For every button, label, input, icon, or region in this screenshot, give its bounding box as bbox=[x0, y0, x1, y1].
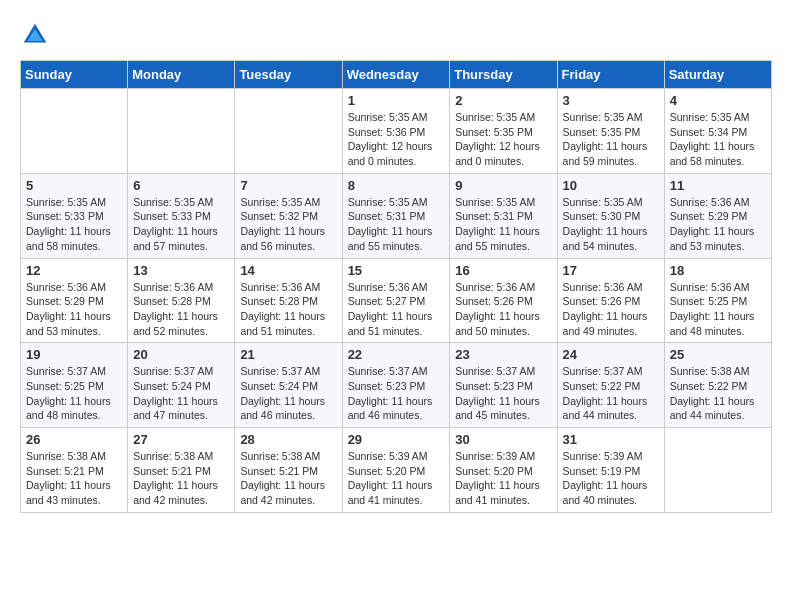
calendar-cell: 27Sunrise: 5:38 AM Sunset: 5:21 PM Dayli… bbox=[128, 428, 235, 513]
calendar-cell: 20Sunrise: 5:37 AM Sunset: 5:24 PM Dayli… bbox=[128, 343, 235, 428]
calendar-cell: 1Sunrise: 5:35 AM Sunset: 5:36 PM Daylig… bbox=[342, 89, 450, 174]
day-number: 22 bbox=[348, 347, 445, 362]
day-number: 8 bbox=[348, 178, 445, 193]
calendar-week-row: 19Sunrise: 5:37 AM Sunset: 5:25 PM Dayli… bbox=[21, 343, 772, 428]
day-number: 27 bbox=[133, 432, 229, 447]
calendar-week-row: 26Sunrise: 5:38 AM Sunset: 5:21 PM Dayli… bbox=[21, 428, 772, 513]
calendar-cell: 24Sunrise: 5:37 AM Sunset: 5:22 PM Dayli… bbox=[557, 343, 664, 428]
day-info: Sunrise: 5:35 AM Sunset: 5:33 PM Dayligh… bbox=[133, 195, 229, 254]
calendar-cell: 12Sunrise: 5:36 AM Sunset: 5:29 PM Dayli… bbox=[21, 258, 128, 343]
calendar-cell: 8Sunrise: 5:35 AM Sunset: 5:31 PM Daylig… bbox=[342, 173, 450, 258]
calendar-cell: 21Sunrise: 5:37 AM Sunset: 5:24 PM Dayli… bbox=[235, 343, 342, 428]
day-number: 18 bbox=[670, 263, 766, 278]
calendar-cell: 10Sunrise: 5:35 AM Sunset: 5:30 PM Dayli… bbox=[557, 173, 664, 258]
calendar-week-row: 1Sunrise: 5:35 AM Sunset: 5:36 PM Daylig… bbox=[21, 89, 772, 174]
days-of-week-row: SundayMondayTuesdayWednesdayThursdayFrid… bbox=[21, 61, 772, 89]
day-number: 6 bbox=[133, 178, 229, 193]
day-number: 19 bbox=[26, 347, 122, 362]
day-info: Sunrise: 5:35 AM Sunset: 5:36 PM Dayligh… bbox=[348, 110, 445, 169]
day-number: 25 bbox=[670, 347, 766, 362]
calendar-cell bbox=[664, 428, 771, 513]
day-info: Sunrise: 5:35 AM Sunset: 5:31 PM Dayligh… bbox=[455, 195, 551, 254]
calendar-cell: 6Sunrise: 5:35 AM Sunset: 5:33 PM Daylig… bbox=[128, 173, 235, 258]
day-number: 21 bbox=[240, 347, 336, 362]
calendar-cell: 4Sunrise: 5:35 AM Sunset: 5:34 PM Daylig… bbox=[664, 89, 771, 174]
day-number: 28 bbox=[240, 432, 336, 447]
day-number: 15 bbox=[348, 263, 445, 278]
calendar-cell: 16Sunrise: 5:36 AM Sunset: 5:26 PM Dayli… bbox=[450, 258, 557, 343]
day-info: Sunrise: 5:36 AM Sunset: 5:28 PM Dayligh… bbox=[240, 280, 336, 339]
day-number: 26 bbox=[26, 432, 122, 447]
calendar-cell: 7Sunrise: 5:35 AM Sunset: 5:32 PM Daylig… bbox=[235, 173, 342, 258]
day-of-week-header: Thursday bbox=[450, 61, 557, 89]
day-number: 7 bbox=[240, 178, 336, 193]
calendar-cell: 14Sunrise: 5:36 AM Sunset: 5:28 PM Dayli… bbox=[235, 258, 342, 343]
day-info: Sunrise: 5:37 AM Sunset: 5:24 PM Dayligh… bbox=[133, 364, 229, 423]
day-info: Sunrise: 5:37 AM Sunset: 5:24 PM Dayligh… bbox=[240, 364, 336, 423]
logo bbox=[20, 20, 56, 50]
calendar-cell: 31Sunrise: 5:39 AM Sunset: 5:19 PM Dayli… bbox=[557, 428, 664, 513]
calendar-header: SundayMondayTuesdayWednesdayThursdayFrid… bbox=[21, 61, 772, 89]
day-number: 29 bbox=[348, 432, 445, 447]
calendar-cell: 15Sunrise: 5:36 AM Sunset: 5:27 PM Dayli… bbox=[342, 258, 450, 343]
day-number: 23 bbox=[455, 347, 551, 362]
day-info: Sunrise: 5:38 AM Sunset: 5:22 PM Dayligh… bbox=[670, 364, 766, 423]
calendar-cell bbox=[235, 89, 342, 174]
day-info: Sunrise: 5:36 AM Sunset: 5:29 PM Dayligh… bbox=[670, 195, 766, 254]
calendar-cell: 26Sunrise: 5:38 AM Sunset: 5:21 PM Dayli… bbox=[21, 428, 128, 513]
day-info: Sunrise: 5:39 AM Sunset: 5:20 PM Dayligh… bbox=[455, 449, 551, 508]
day-info: Sunrise: 5:36 AM Sunset: 5:26 PM Dayligh… bbox=[563, 280, 659, 339]
day-of-week-header: Friday bbox=[557, 61, 664, 89]
day-info: Sunrise: 5:39 AM Sunset: 5:19 PM Dayligh… bbox=[563, 449, 659, 508]
day-of-week-header: Sunday bbox=[21, 61, 128, 89]
day-info: Sunrise: 5:37 AM Sunset: 5:23 PM Dayligh… bbox=[348, 364, 445, 423]
calendar-cell: 19Sunrise: 5:37 AM Sunset: 5:25 PM Dayli… bbox=[21, 343, 128, 428]
day-info: Sunrise: 5:36 AM Sunset: 5:25 PM Dayligh… bbox=[670, 280, 766, 339]
day-number: 12 bbox=[26, 263, 122, 278]
day-number: 2 bbox=[455, 93, 551, 108]
day-of-week-header: Monday bbox=[128, 61, 235, 89]
day-number: 30 bbox=[455, 432, 551, 447]
calendar-cell: 29Sunrise: 5:39 AM Sunset: 5:20 PM Dayli… bbox=[342, 428, 450, 513]
calendar-table: SundayMondayTuesdayWednesdayThursdayFrid… bbox=[20, 60, 772, 513]
day-info: Sunrise: 5:37 AM Sunset: 5:22 PM Dayligh… bbox=[563, 364, 659, 423]
day-info: Sunrise: 5:38 AM Sunset: 5:21 PM Dayligh… bbox=[133, 449, 229, 508]
calendar-cell: 17Sunrise: 5:36 AM Sunset: 5:26 PM Dayli… bbox=[557, 258, 664, 343]
day-info: Sunrise: 5:35 AM Sunset: 5:32 PM Dayligh… bbox=[240, 195, 336, 254]
day-info: Sunrise: 5:36 AM Sunset: 5:27 PM Dayligh… bbox=[348, 280, 445, 339]
day-number: 24 bbox=[563, 347, 659, 362]
calendar-cell: 25Sunrise: 5:38 AM Sunset: 5:22 PM Dayli… bbox=[664, 343, 771, 428]
day-info: Sunrise: 5:35 AM Sunset: 5:35 PM Dayligh… bbox=[563, 110, 659, 169]
calendar-cell: 9Sunrise: 5:35 AM Sunset: 5:31 PM Daylig… bbox=[450, 173, 557, 258]
day-number: 31 bbox=[563, 432, 659, 447]
logo-icon bbox=[20, 20, 50, 50]
day-number: 13 bbox=[133, 263, 229, 278]
day-info: Sunrise: 5:35 AM Sunset: 5:34 PM Dayligh… bbox=[670, 110, 766, 169]
day-number: 1 bbox=[348, 93, 445, 108]
day-of-week-header: Saturday bbox=[664, 61, 771, 89]
day-number: 16 bbox=[455, 263, 551, 278]
day-info: Sunrise: 5:36 AM Sunset: 5:26 PM Dayligh… bbox=[455, 280, 551, 339]
day-number: 9 bbox=[455, 178, 551, 193]
day-info: Sunrise: 5:39 AM Sunset: 5:20 PM Dayligh… bbox=[348, 449, 445, 508]
day-info: Sunrise: 5:35 AM Sunset: 5:35 PM Dayligh… bbox=[455, 110, 551, 169]
day-number: 5 bbox=[26, 178, 122, 193]
calendar-cell: 30Sunrise: 5:39 AM Sunset: 5:20 PM Dayli… bbox=[450, 428, 557, 513]
calendar-cell: 2Sunrise: 5:35 AM Sunset: 5:35 PM Daylig… bbox=[450, 89, 557, 174]
calendar-cell bbox=[128, 89, 235, 174]
calendar-cell: 13Sunrise: 5:36 AM Sunset: 5:28 PM Dayli… bbox=[128, 258, 235, 343]
day-number: 17 bbox=[563, 263, 659, 278]
day-info: Sunrise: 5:37 AM Sunset: 5:23 PM Dayligh… bbox=[455, 364, 551, 423]
day-info: Sunrise: 5:36 AM Sunset: 5:28 PM Dayligh… bbox=[133, 280, 229, 339]
day-number: 4 bbox=[670, 93, 766, 108]
day-of-week-header: Tuesday bbox=[235, 61, 342, 89]
calendar-cell: 11Sunrise: 5:36 AM Sunset: 5:29 PM Dayli… bbox=[664, 173, 771, 258]
calendar-cell: 3Sunrise: 5:35 AM Sunset: 5:35 PM Daylig… bbox=[557, 89, 664, 174]
header bbox=[20, 20, 772, 50]
day-info: Sunrise: 5:36 AM Sunset: 5:29 PM Dayligh… bbox=[26, 280, 122, 339]
day-number: 3 bbox=[563, 93, 659, 108]
day-info: Sunrise: 5:38 AM Sunset: 5:21 PM Dayligh… bbox=[26, 449, 122, 508]
day-number: 10 bbox=[563, 178, 659, 193]
day-info: Sunrise: 5:35 AM Sunset: 5:31 PM Dayligh… bbox=[348, 195, 445, 254]
day-number: 11 bbox=[670, 178, 766, 193]
